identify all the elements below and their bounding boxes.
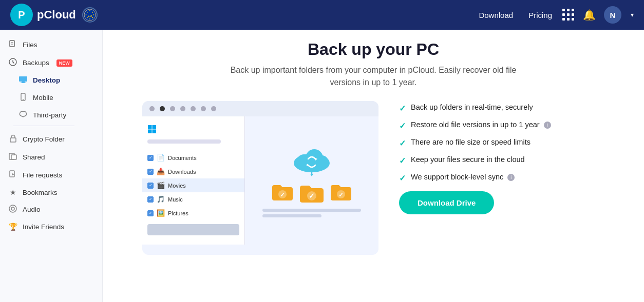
feature-text-versions: Restore old file versions in up to 1 yea… (411, 120, 551, 129)
feature-secure: ✓ Keep your files secure in the cloud (399, 155, 604, 166)
sidebar-item-file-requests[interactable]: File requests (0, 166, 102, 184)
file-label-music: Music (168, 196, 183, 203)
sidebar-label-file-requests: File requests (23, 171, 62, 179)
shared-icon (8, 152, 17, 162)
feature-text-secure: Keep your files secure in the cloud (411, 155, 525, 164)
sidebar-item-files[interactable]: Files (0, 36, 102, 54)
separator (13, 126, 74, 126)
page-subtitle: Back up important folders from your comp… (214, 64, 533, 89)
svg-rect-10 (10, 41, 14, 47)
third-party-icon (18, 111, 28, 119)
downloads-icon: 📥 (157, 168, 165, 175)
file-label-documents: Documents (168, 155, 197, 161)
folder-left: ✓ (271, 183, 294, 202)
svg-point-23 (9, 205, 16, 212)
nav-pricing[interactable]: Pricing (528, 11, 552, 19)
info-icon-versions[interactable]: i (544, 122, 551, 129)
tab-dot-1 (149, 106, 155, 111)
checkbox-music[interactable]: ✓ (147, 196, 154, 203)
grid-dots-icon[interactable] (562, 9, 575, 21)
line-1 (262, 209, 361, 212)
sidebar-item-third-party[interactable]: Third-party (0, 107, 102, 124)
svg-marker-36 (310, 174, 313, 176)
file-item-downloads[interactable]: ✓ 📥 Downloads (142, 165, 244, 178)
sidebar-item-backups[interactable]: Backups NEW (0, 54, 102, 72)
svg-rect-21 (11, 155, 16, 159)
file-label-movies: Movies (168, 183, 186, 189)
header-icons: 🔔 N ▾ (562, 6, 634, 24)
feature-block-sync: ✓ We support block-level sync i (399, 173, 604, 183)
download-drive-button[interactable]: Download Drive (399, 191, 494, 214)
svg-point-8 (85, 14, 86, 15)
nav-download[interactable]: Download (479, 11, 513, 19)
checkbox-documents[interactable]: ✓ (147, 155, 154, 161)
avatar[interactable]: N (604, 6, 621, 24)
feature-realtime: ✓ Back up folders in real-time, securely (399, 103, 604, 113)
pictures-icon: 🖼️ (157, 209, 165, 217)
checkbox-movies[interactable]: ✓ (147, 183, 154, 189)
tab-dot-5 (191, 106, 196, 111)
file-requests-icon (8, 170, 17, 180)
sidebar-item-invite[interactable]: 🏆 Invite Friends (0, 218, 102, 235)
header-nav: Download Pricing (479, 11, 552, 19)
check-icon-3: ✓ (399, 138, 406, 148)
feature-no-limits: ✓ There are no file size or speed limits (399, 138, 604, 148)
file-item-documents[interactable]: ✓ 📄 Documents (142, 151, 244, 165)
panel-inner-content: ✓ 📄 Documents ✓ 📥 Downloads ✓ 🎬 M (142, 116, 378, 245)
svg-text:✓: ✓ (338, 191, 344, 198)
info-icon-block-sync[interactable]: i (507, 174, 515, 181)
logo-area: P pCloud EU (10, 4, 479, 26)
sidebar-item-audio[interactable]: Audio (0, 200, 102, 218)
features-panel: ✓ Back up folders in real-time, securely… (399, 101, 604, 214)
folder-right: ✓ (330, 183, 352, 202)
sidebar-label-files: Files (23, 41, 37, 49)
check-icon-1: ✓ (399, 104, 406, 113)
lines-area (262, 209, 361, 217)
sidebar-item-shared[interactable]: Shared (0, 148, 102, 166)
backups-icon (8, 58, 17, 68)
file-label-pictures: Pictures (168, 210, 188, 216)
folder-center: ✓ (299, 183, 325, 204)
sidebar-label-shared: Shared (23, 153, 45, 161)
svg-point-5 (92, 17, 93, 18)
lock-icon (8, 134, 17, 144)
feature-versions: ✓ Restore old file versions in up to 1 y… (399, 120, 604, 131)
svg-point-4 (93, 14, 94, 15)
folder-row: ✓ ✓ ✓ (271, 183, 352, 204)
svg-rect-19 (10, 138, 16, 142)
file-item-pictures[interactable]: ✓ 🖼️ Pictures (142, 206, 244, 220)
panel-tabs (142, 101, 378, 116)
sidebar-item-desktop[interactable]: Desktop (0, 72, 102, 89)
svg-rect-28 (153, 130, 157, 134)
sidebar-item-mobile[interactable]: Mobile (0, 89, 102, 107)
eu-badge[interactable]: EU (82, 7, 98, 23)
feature-text-block-sync: We support block-level sync i (411, 173, 515, 181)
file-label-downloads: Downloads (168, 169, 196, 175)
bell-icon[interactable]: 🔔 (583, 9, 596, 21)
logo-icon[interactable]: P (10, 4, 33, 26)
svg-point-32 (316, 155, 328, 168)
checkbox-pictures[interactable]: ✓ (147, 210, 154, 216)
svg-text:EU: EU (88, 14, 92, 17)
illustration-panel: ✓ 📄 Documents ✓ 📥 Downloads ✓ 🎬 M (142, 101, 378, 255)
sidebar: Files Backups NEW Desktop Mobile Third (0, 30, 103, 302)
sidebar-item-bookmarks[interactable]: ★ Bookmarks (0, 184, 102, 200)
file-item-movies[interactable]: ✓ 🎬 Movies (142, 178, 244, 192)
svg-text:✓: ✓ (280, 191, 285, 198)
file-item-music[interactable]: ✓ 🎵 Music (142, 192, 244, 206)
sidebar-label-crypto: Crypto Folder (23, 135, 65, 143)
svg-rect-14 (19, 76, 27, 82)
page-title: Back up your PC (308, 40, 439, 59)
tab-dot-2 (160, 106, 165, 111)
chevron-down-icon[interactable]: ▾ (631, 11, 634, 18)
sidebar-label-third-party: Third-party (33, 111, 66, 119)
tab-dot-3 (170, 106, 175, 111)
sidebar-item-crypto[interactable]: Crypto Folder (0, 130, 102, 148)
file-list-panel: ✓ 📄 Documents ✓ 📥 Downloads ✓ 🎬 M (142, 116, 245, 245)
movies-icon: 🎬 (157, 182, 165, 189)
sidebar-label-mobile: Mobile (33, 94, 53, 102)
logo-text[interactable]: pCloud (37, 8, 76, 22)
new-badge: NEW (56, 59, 72, 67)
search-bar-mock (147, 139, 221, 144)
checkbox-downloads[interactable]: ✓ (147, 169, 154, 175)
